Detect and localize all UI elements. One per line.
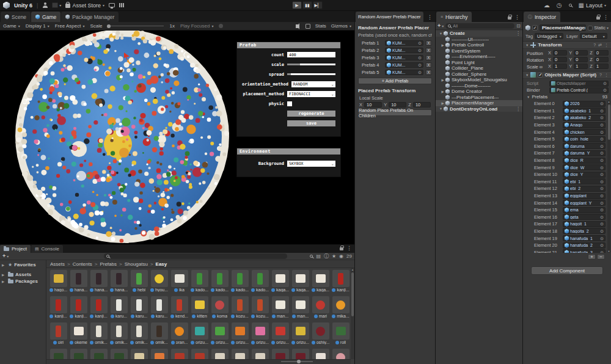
object-picker-icon[interactable]: ⊙ — [600, 229, 604, 233]
object-picker-icon[interactable]: ⊙ — [418, 63, 422, 67]
component-menu-icon[interactable]: ⋮ — [604, 73, 609, 78]
step-button[interactable]: ▶▏ — [313, 1, 323, 9]
asset-item[interactable]: karu... — [129, 296, 149, 322]
element-object-field[interactable]: eggplant⊙ — [563, 193, 606, 199]
tab-game[interactable]: Game — [31, 12, 60, 22]
asset-item[interactable]: kaga... — [270, 269, 290, 296]
hierarchy-item-skyboxmodel-shougatsu[interactable]: ▶SkyboxModel_Shougatsu — [436, 77, 522, 83]
prefab-object-field[interactable]: KUM...⊙ — [385, 48, 423, 53]
element-object-field[interactable]: akabeko_1⊙ — [563, 107, 606, 114]
element-object-field[interactable]: hagoit_1⊙ — [563, 221, 606, 227]
search-by-type-icon[interactable] — [310, 255, 313, 258]
tab-console[interactable]: ▤ Console — [31, 245, 63, 253]
transform-component-header[interactable]: ▼ Transform ? ⇄ ⋮ — [523, 41, 611, 49]
gizmos-dropdown[interactable]: Gizmos▾ — [331, 23, 351, 29]
script-object-field[interactable]: ObjectsMapper ⊙ — [549, 81, 609, 87]
asset-item[interactable]: hana... — [68, 269, 89, 296]
asset-item[interactable]: kado... — [250, 269, 270, 296]
element-object-field[interactable]: geta⊙ — [563, 214, 606, 220]
search-icon[interactable] — [569, 4, 572, 7]
aspect-dropdown[interactable]: Free Aspect▾ — [55, 23, 85, 29]
asset-item[interactable]: kanji... — [89, 296, 109, 322]
stats-button[interactable]: Stats — [315, 23, 326, 29]
info-icon[interactable]: ⓘ — [324, 253, 329, 260]
element-object-field[interactable]: ebi_2⊙ — [563, 186, 606, 192]
axis-value-field[interactable]: 0 — [574, 50, 588, 56]
element-object-field[interactable]: eggplant_Y⊙ — [563, 200, 606, 206]
hierarchy-item-collider-sphere[interactable]: Collider_Sphere — [436, 71, 522, 78]
prefab-object-field[interactable]: KUM...⊙ — [385, 40, 423, 46]
remove-prefab-button[interactable]: X — [425, 48, 432, 53]
object-picker-icon[interactable]: ⊙ — [418, 56, 422, 60]
object-picker-icon[interactable]: ⊙ — [418, 48, 422, 53]
help-icon[interactable]: ? — [599, 73, 602, 77]
window-icon[interactable] — [109, 3, 115, 7]
object-picker-icon[interactable]: ⊙ — [600, 101, 604, 106]
object-picker-icon[interactable]: ⊙ — [600, 123, 604, 127]
layout-dropdown[interactable]: ▦ Layout ▾ — [579, 2, 607, 9]
asset-item[interactable]: omik... — [109, 322, 129, 348]
panel-menu-icon[interactable]: ⋮ — [514, 14, 520, 20]
hierarchy-item-prefab-controll[interactable]: ▶Prefab Controll — [436, 42, 522, 48]
scale-overlay-slider[interactable] — [287, 64, 335, 65]
object-picker-icon[interactable]: ⊙ — [600, 130, 604, 134]
static-toggle[interactable]: Static ▾ — [588, 25, 609, 31]
services-dropdown[interactable]: ▾ — [52, 2, 61, 8]
vsync-icon[interactable] — [306, 24, 310, 29]
tab-scene[interactable]: Scene — [1, 12, 31, 22]
asset-item[interactable]: kaga... — [310, 269, 331, 296]
asset-item[interactable]: oran... — [169, 322, 189, 348]
play-button[interactable]: ▶ — [292, 1, 302, 9]
expand-arrow-icon[interactable]: ▶ — [440, 90, 445, 93]
breadcrumb-item[interactable]: Shougatsu — [125, 261, 148, 267]
lock-icon[interactable] — [508, 16, 511, 20]
asset-item[interactable]: hana... — [89, 269, 109, 296]
orientation-method-select[interactable]: RANDOM⌄ — [291, 81, 335, 87]
tab-random-answer-prefab-placer[interactable]: Random Answer Prefab Placer — [356, 12, 423, 22]
object-picker-icon[interactable]: ⊙ — [600, 166, 604, 170]
object-picker-icon[interactable]: ⊙ — [600, 109, 604, 113]
asset-item[interactable]: kanji... — [48, 296, 68, 322]
asset-item[interactable]: kend... — [169, 296, 189, 322]
hierarchy-item--environment-[interactable]: -----Environment----- — [436, 54, 522, 60]
element-object-field[interactable]: coin_hole⊙ — [563, 136, 606, 142]
object-picker-icon[interactable]: ⊙ — [603, 81, 607, 86]
object-picker-icon[interactable]: ⊙ — [600, 172, 604, 177]
placement-method-select[interactable]: FIBONACCI⌄ — [287, 91, 335, 97]
object-picker-icon[interactable]: ⊙ — [600, 243, 604, 247]
hierarchy-item-dontdestroyonload[interactable]: ▼DontDestroyOnLoad⋮ — [436, 106, 522, 112]
help-icon[interactable]: ? — [593, 43, 596, 47]
object-picker-icon[interactable]: ⊙ — [600, 215, 604, 219]
tab-hierarchy[interactable]: ≡ Hierarchy — [436, 12, 472, 22]
object-picker-icon[interactable]: ⊙ — [600, 180, 604, 184]
asset-item[interactable]: kitten — [189, 296, 210, 322]
tag-dropdown[interactable]: Untagged▾ — [535, 33, 563, 39]
object-picker-icon[interactable]: ⊙ — [600, 250, 604, 253]
presets-icon[interactable]: ⇄ — [598, 43, 602, 48]
panel-menu-icon[interactable]: ⋮ — [427, 14, 433, 20]
static-checkbox[interactable] — [588, 26, 593, 31]
object-picker-icon[interactable]: ⊙ — [600, 194, 604, 198]
prefabs-array-row[interactable]: ▼ Prefabs 93 — [523, 93, 611, 100]
scale-link-icon[interactable]: ∞ — [540, 64, 543, 70]
object-picker-icon[interactable]: ⊙ — [600, 137, 604, 141]
expand-arrow-icon[interactable]: ▼ — [438, 107, 444, 111]
hierarchy-item-create[interactable]: ▼Create⋮ — [436, 31, 522, 37]
asset-item[interactable]: man... — [270, 296, 290, 322]
object-picker-icon[interactable]: ⊙ — [600, 115, 604, 120]
play-focused-dropdown[interactable]: Play Focused▾ — [180, 23, 213, 29]
search-by-label-icon[interactable]: ▤ — [316, 253, 321, 259]
pause-button[interactable]: ▮▮ — [302, 1, 312, 9]
axis-value-field[interactable]: 0 — [595, 50, 609, 56]
element-object-field[interactable]: hagoita_2⊙ — [563, 228, 606, 234]
add-prefab-button[interactable]: + Add Prefab — [358, 78, 432, 84]
sidebar-item-assets[interactable]: ▶ Assets — [0, 271, 46, 278]
favorite-icon[interactable]: ★ — [332, 253, 336, 259]
remove-prefab-button[interactable]: X — [425, 40, 432, 46]
object-picker-icon[interactable]: ⊙ — [600, 158, 604, 162]
elements-scrollbar[interactable]: ▲▼ — [607, 100, 610, 253]
asset-item[interactable]: omik... — [149, 322, 169, 348]
axis-value-field[interactable]: 1 — [595, 64, 609, 69]
breadcrumb-item[interactable]: Assets — [50, 261, 65, 267]
asset-item[interactable]: omik... — [89, 322, 109, 348]
